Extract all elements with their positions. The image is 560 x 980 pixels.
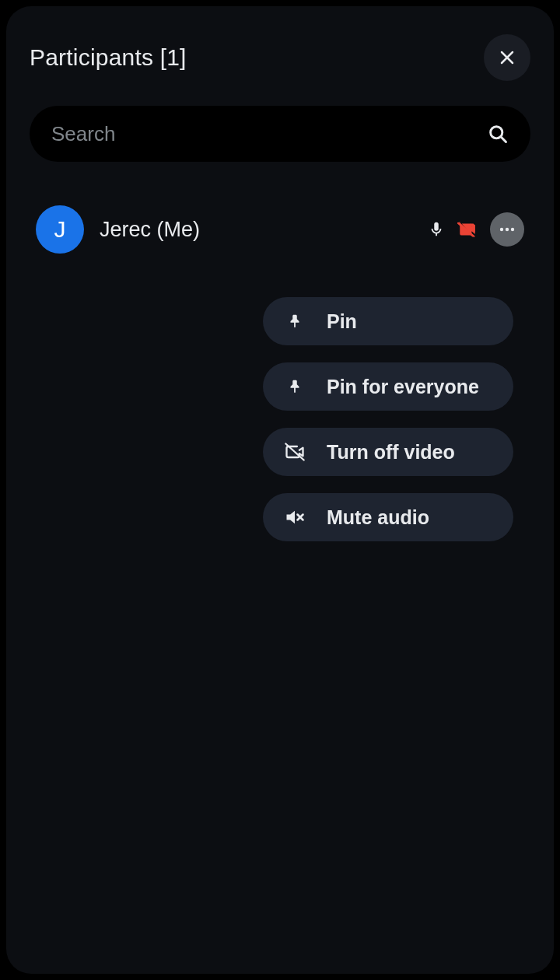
participants-panel: Participants [1] J Jerec (Me) [6, 6, 554, 974]
participant-row: J Jerec (Me) [30, 205, 530, 254]
menu-label: Pin for everyone [327, 376, 479, 398]
close-button[interactable] [484, 34, 530, 81]
participant-status [428, 212, 524, 247]
microphone-on-icon [428, 221, 445, 238]
svg-line-3 [501, 137, 506, 142]
search-icon [487, 123, 509, 145]
search-bar[interactable] [30, 106, 530, 162]
pin-icon [283, 313, 306, 330]
menu-label: Pin [327, 310, 357, 333]
participant-name: Jerec (Me) [100, 218, 412, 242]
avatar: J [36, 205, 84, 254]
more-horizontal-icon [498, 220, 516, 239]
pin-icon [283, 378, 306, 395]
more-options-button[interactable] [490, 212, 524, 247]
participant-context-menu: Pin Pin for everyone Turn off video [263, 297, 513, 541]
menu-item-mute-audio[interactable]: Mute audio [263, 493, 513, 541]
search-input[interactable] [51, 122, 487, 146]
svg-point-5 [500, 228, 503, 231]
volume-mute-icon [283, 506, 306, 528]
menu-item-turn-off-video[interactable]: Turn off video [263, 428, 513, 476]
video-off-icon [457, 219, 478, 240]
menu-item-pin[interactable]: Pin [263, 297, 513, 345]
svg-point-6 [506, 228, 509, 231]
menu-label: Turn off video [327, 441, 455, 464]
video-off-icon [283, 441, 306, 463]
close-icon [498, 48, 516, 67]
menu-label: Mute audio [327, 506, 429, 529]
panel-title: Participants [1] [30, 44, 187, 71]
menu-item-pin-everyone[interactable]: Pin for everyone [263, 362, 513, 411]
panel-header: Participants [1] [30, 34, 530, 81]
svg-point-7 [511, 228, 514, 231]
